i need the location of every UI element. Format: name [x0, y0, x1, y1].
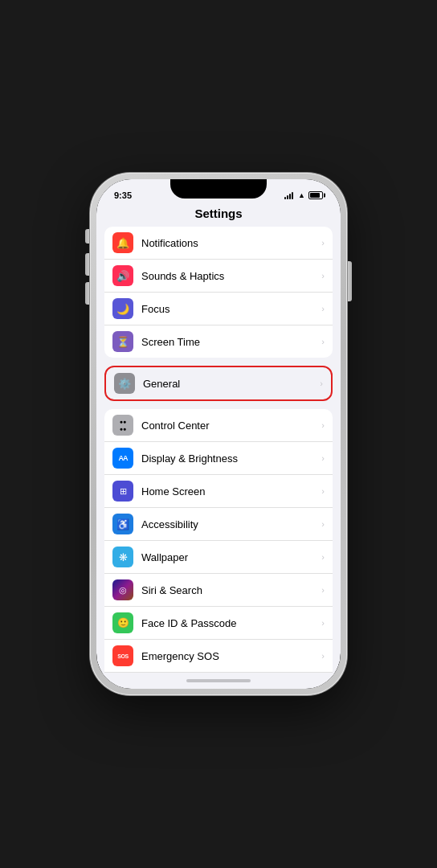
- wallpaper-chevron: ›: [321, 552, 325, 562]
- settings-group-1: 🔔 Notifications › 🔊 Sounds & Haptics ›: [104, 227, 333, 358]
- sounds-icon: 🔊: [112, 265, 133, 286]
- faceid-icon: 🙂: [112, 612, 133, 633]
- screentime-icon: ⏳: [112, 331, 133, 352]
- battery-icon: [308, 191, 323, 199]
- screentime-row[interactable]: ⏳ Screen Time ›: [104, 326, 333, 358]
- battery-fill: [310, 193, 320, 198]
- focus-chevron: ›: [321, 304, 325, 313]
- wifi-icon: ▲: [298, 191, 305, 199]
- sounds-row[interactable]: 🔊 Sounds & Haptics ›: [104, 260, 333, 293]
- general-row[interactable]: ⚙️ General ›: [106, 367, 331, 399]
- faceid-chevron: ›: [321, 618, 325, 628]
- sounds-chevron: ›: [321, 271, 325, 280]
- notifications-chevron: ›: [321, 238, 325, 248]
- phone-screen: 9:35 ▲ Settings: [96, 179, 341, 689]
- screentime-label: Screen Time: [141, 336, 318, 348]
- controlcenter-label: Control Center: [141, 420, 318, 432]
- emergencysos-label: Emergency SOS: [141, 650, 318, 662]
- sounds-label: Sounds & Haptics: [141, 270, 318, 282]
- settings-group-2: ●● ●● Control Center › AA Display & Brig…: [104, 409, 333, 673]
- faceid-row[interactable]: 🙂 Face ID & Passcode ›: [104, 607, 333, 640]
- accessibility-row[interactable]: ♿ Accessibility ›: [104, 508, 333, 541]
- status-icons: ▲: [284, 191, 323, 199]
- wallpaper-row[interactable]: ❋ Wallpaper ›: [104, 541, 333, 574]
- focus-icon: 🌙: [112, 298, 133, 319]
- faceid-label: Face ID & Passcode: [141, 617, 318, 629]
- controlcenter-chevron: ›: [321, 420, 325, 430]
- wallpaper-label: Wallpaper: [141, 551, 318, 563]
- focus-label: Focus: [141, 303, 318, 315]
- general-icon: ⚙️: [114, 373, 135, 394]
- home-indicator: [96, 673, 341, 689]
- screen-content: 9:35 ▲ Settings: [96, 179, 341, 689]
- display-chevron: ›: [321, 453, 325, 463]
- siri-label: Siri & Search: [141, 584, 318, 596]
- settings-list[interactable]: 🔔 Notifications › 🔊 Sounds & Haptics ›: [96, 227, 341, 673]
- emergencysos-chevron: ›: [321, 651, 325, 661]
- home-bar: [186, 679, 251, 682]
- screentime-chevron: ›: [321, 337, 325, 346]
- homescreen-row[interactable]: ⊞ Home Screen ›: [104, 475, 333, 508]
- status-time: 9:35: [114, 190, 132, 200]
- wallpaper-icon: ❋: [112, 547, 133, 567]
- accessibility-chevron: ›: [321, 519, 325, 529]
- display-label: Display & Brightness: [141, 452, 318, 465]
- silent-switch[interactable]: [85, 229, 89, 244]
- emergencysos-row[interactable]: SOS Emergency SOS ›: [104, 640, 333, 673]
- emergencysos-icon: SOS: [112, 645, 133, 666]
- controlcenter-icon: ●● ●●: [112, 415, 133, 436]
- accessibility-label: Accessibility: [141, 518, 318, 530]
- volume-up-button[interactable]: [85, 253, 89, 276]
- general-chevron: ›: [320, 379, 323, 388]
- focus-row[interactable]: 🌙 Focus ›: [104, 293, 333, 326]
- phone-frame: 9:35 ▲ Settings: [90, 173, 347, 695]
- siri-icon: ◎: [112, 579, 133, 600]
- homescreen-label: Home Screen: [141, 485, 318, 497]
- homescreen-chevron: ›: [321, 486, 325, 496]
- siri-chevron: ›: [321, 585, 325, 595]
- notch: [170, 179, 267, 199]
- siri-row[interactable]: ◎ Siri & Search ›: [104, 574, 333, 607]
- notifications-row[interactable]: 🔔 Notifications ›: [104, 227, 333, 260]
- general-label: General: [143, 378, 317, 390]
- notifications-icon: 🔔: [112, 232, 133, 253]
- page-title: Settings: [96, 203, 341, 227]
- notifications-label: Notifications: [141, 237, 318, 249]
- display-icon: AA: [112, 448, 133, 469]
- homescreen-icon: ⊞: [112, 481, 133, 502]
- display-row[interactable]: AA Display & Brightness ›: [104, 442, 333, 475]
- volume-down-button[interactable]: [85, 282, 89, 305]
- controlcenter-row[interactable]: ●● ●● Control Center ›: [104, 409, 333, 442]
- signal-icon: [284, 191, 293, 199]
- general-highlight: ⚙️ General ›: [104, 366, 333, 401]
- power-button[interactable]: [348, 261, 352, 301]
- accessibility-icon: ♿: [112, 514, 133, 534]
